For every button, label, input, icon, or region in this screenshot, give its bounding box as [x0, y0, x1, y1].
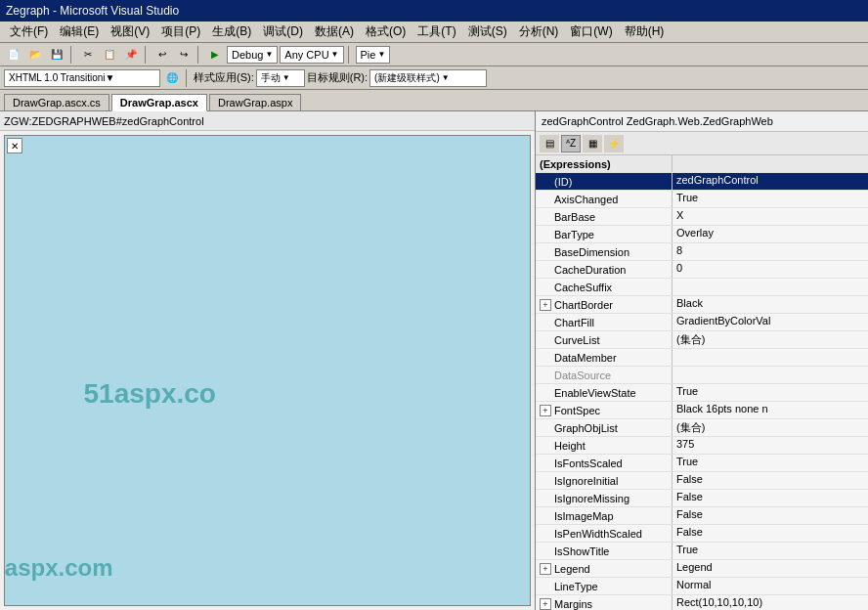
play-btn[interactable]: ▶	[205, 45, 225, 65]
prop-row[interactable]: IsFontsScaledTrue	[536, 455, 868, 472]
prop-name: BarBase	[536, 208, 673, 225]
prop-row[interactable]: AxisChangedTrue	[536, 191, 868, 208]
menu-item-0[interactable]: 文件(F)	[4, 22, 54, 42]
prop-row[interactable]: +ChartBorderBlack	[536, 296, 868, 314]
prop-row[interactable]: +FontSpecBlack 16pts none n	[536, 402, 868, 419]
designer-canvas[interactable]: ✕ 51aspx.co 51aspx.com	[4, 135, 531, 606]
prop-row[interactable]: BarBaseX	[536, 208, 868, 226]
prop-row[interactable]: BarTypeOverlay	[536, 226, 868, 243]
save-btn[interactable]: 💾	[47, 45, 66, 65]
prop-value: 0	[673, 261, 868, 278]
prop-value: False	[673, 525, 868, 542]
target-dropdown[interactable]: (新建级联样式) ▼	[369, 69, 487, 87]
expand-icon[interactable]: +	[540, 598, 551, 610]
prop-grid-btn[interactable]: ▦	[583, 135, 602, 152]
menu-item-12[interactable]: 帮助(H)	[619, 22, 671, 42]
prop-value: X	[673, 208, 868, 225]
menu-item-7[interactable]: 格式(O)	[360, 22, 412, 42]
prop-name: IsPenWidthScaled	[536, 525, 673, 542]
style-dropdown[interactable]: 手动 ▼	[256, 69, 305, 87]
menu-item-8[interactable]: 工具(T)	[412, 22, 461, 42]
prop-value: Normal	[673, 578, 868, 594]
prop-row[interactable]: +MarginsRect(10,10,10,10)	[536, 595, 868, 610]
prop-row[interactable]: DataSource	[536, 367, 868, 384]
tab-bar: DrawGrap.ascx.cs DrawGrap.ascx DrawGrap.…	[0, 90, 868, 111]
xhtml-label: XHTML 1.0 Transitioni▼	[9, 72, 114, 83]
prop-row[interactable]: IsImageMapFalse	[536, 507, 868, 525]
prop-sort-category-btn[interactable]: ▤	[540, 135, 559, 152]
tab-ascx-label: DrawGrap.ascx	[120, 97, 198, 109]
target-value: (新建级联样式)	[374, 71, 440, 85]
prop-value	[673, 155, 868, 172]
prop-row[interactable]: (ID)zedGraphControl	[536, 173, 868, 191]
menu-item-10[interactable]: 分析(N)	[513, 22, 565, 42]
prop-name: IsShowTitle	[536, 543, 673, 559]
properties-title: zedGraphControl ZedGraph.Web.ZedGraphWeb	[542, 115, 773, 127]
prop-value: (集合)	[673, 419, 868, 436]
prop-row[interactable]: CacheSuffix	[536, 279, 868, 296]
prop-row[interactable]: IsIgnoreInitialFalse	[536, 472, 868, 490]
prop-row[interactable]: LineTypeNormal	[536, 578, 868, 595]
redo-btn[interactable]: ↪	[174, 45, 194, 65]
tab-aspx-label: DrawGrap.aspx	[218, 97, 292, 109]
prop-row[interactable]: BaseDimension8	[536, 243, 868, 261]
prop-value: 8	[673, 243, 868, 260]
undo-btn[interactable]: ↩	[152, 45, 172, 65]
prop-row[interactable]: EnableViewStateTrue	[536, 384, 868, 402]
prop-event-btn[interactable]: ⚡	[604, 135, 624, 152]
debug-dropdown[interactable]: Debug ▼	[227, 46, 278, 64]
menu-item-3[interactable]: 项目(P)	[155, 22, 206, 42]
toolbar1: 📄 📂 💾 ✂ 📋 📌 ↩ ↪ ▶ Debug ▼ Any CPU ▼ Pie …	[0, 43, 868, 66]
menu-item-5[interactable]: 调试(D)	[257, 22, 309, 42]
expand-icon[interactable]: +	[540, 299, 551, 311]
prop-row[interactable]: CurveList(集合)	[536, 331, 868, 349]
prop-row[interactable]: (Expressions)	[536, 155, 868, 173]
paste-btn[interactable]: 📌	[121, 45, 141, 65]
new-btn[interactable]: 📄	[4, 45, 23, 65]
prop-name: DataMember	[536, 349, 673, 366]
title-text: Zegraph - Microsoft Visual Studio	[6, 4, 179, 18]
copy-btn[interactable]: 📋	[100, 45, 119, 65]
debug-label: Debug	[232, 49, 263, 61]
prop-row[interactable]: DataMember	[536, 349, 868, 367]
prop-row[interactable]: GraphObjList(集合)	[536, 419, 868, 437]
css-btn[interactable]: 🌐	[162, 68, 182, 88]
prop-value: True	[673, 543, 868, 559]
canvas-handle[interactable]: ✕	[7, 138, 22, 153]
prop-row[interactable]: IsShowTitleTrue	[536, 543, 868, 560]
menu-item-9[interactable]: 测试(S)	[462, 22, 513, 42]
tab-ascx[interactable]: DrawGrap.ascx	[111, 94, 207, 111]
prop-row[interactable]: +LegendLegend	[536, 560, 868, 578]
menu-item-1[interactable]: 编辑(E)	[54, 22, 105, 42]
tab-cs[interactable]: DrawGrap.ascx.cs	[4, 94, 109, 110]
expand-icon[interactable]: +	[540, 405, 551, 416]
menu-item-4[interactable]: 生成(B)	[206, 22, 257, 42]
prop-name: +FontSpec	[536, 402, 673, 418]
prop-row[interactable]: ChartFillGradientByColorVal	[536, 314, 868, 331]
menu-item-6[interactable]: 数据(A)	[309, 22, 360, 42]
prop-row[interactable]: IsPenWidthScaledFalse	[536, 525, 868, 543]
prop-value: Black 16pts none n	[673, 402, 868, 418]
prop-row[interactable]: CacheDuration0	[536, 261, 868, 279]
expand-icon[interactable]: +	[540, 563, 551, 575]
open-btn[interactable]: 📂	[25, 45, 45, 65]
prop-sort-alpha-btn[interactable]: ᴬZ	[561, 135, 581, 152]
cut-btn[interactable]: ✂	[78, 45, 98, 65]
tab-aspx[interactable]: DrawGrap.aspx	[209, 94, 301, 110]
main-content: ZGW:ZEDGRAPHWEB#zedGraphControl ✕ 51aspx…	[0, 111, 868, 610]
tab-cs-label: DrawGrap.ascx.cs	[13, 97, 101, 109]
menu-item-2[interactable]: 视图(V)	[105, 22, 155, 42]
menu-item-11[interactable]: 窗口(W)	[564, 22, 618, 42]
platform-dropdown[interactable]: Any CPU ▼	[280, 46, 343, 64]
prop-name: +Margins	[536, 595, 673, 610]
prop-value: Black	[673, 296, 868, 313]
prop-value: Rect(10,10,10,10)	[673, 595, 868, 610]
xhtml-dropdown[interactable]: XHTML 1.0 Transitioni▼	[4, 69, 160, 87]
sep4	[348, 46, 352, 64]
prop-name: +Legend	[536, 560, 673, 577]
prop-row[interactable]: IsIgnoreMissingFalse	[536, 490, 868, 507]
pie-dropdown[interactable]: Pie ▼	[356, 46, 391, 64]
designer-panel: ZGW:ZEDGRAPHWEB#zedGraphControl ✕ 51aspx…	[0, 111, 536, 610]
prop-name: ChartFill	[536, 314, 673, 330]
prop-row[interactable]: Height375	[536, 437, 868, 455]
